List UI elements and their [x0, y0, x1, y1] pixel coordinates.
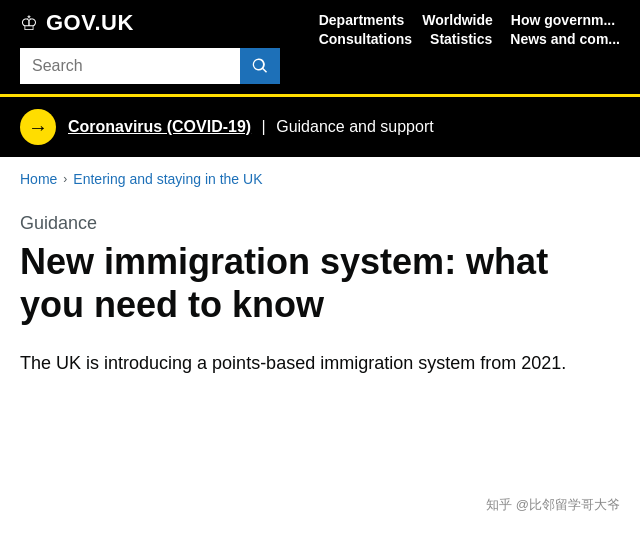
guidance-label: Guidance — [20, 213, 620, 234]
search-icon — [251, 57, 269, 75]
nav-consultations[interactable]: Consultations — [319, 31, 412, 47]
page-description: The UK is introducing a points-based imm… — [20, 350, 620, 377]
nav-news[interactable]: News and com... — [510, 31, 620, 47]
crown-icon: ♔ — [20, 11, 38, 35]
nav-row-1: Departments Worldwide How governm... — [319, 12, 620, 28]
covid-link[interactable]: Coronavirus (COVID-19) — [68, 118, 251, 135]
covid-separator: | — [262, 118, 266, 135]
header-nav: Departments Worldwide How governm... Con… — [319, 12, 620, 47]
breadcrumb: Home › Entering and staying in the UK — [0, 157, 640, 193]
nav-worldwide[interactable]: Worldwide — [422, 12, 493, 28]
covid-banner: → Coronavirus (COVID-19) | Guidance and … — [0, 94, 640, 157]
page-title: New immigration system: what you need to… — [20, 240, 620, 326]
search-button[interactable] — [240, 48, 280, 84]
arrow-symbol: → — [28, 116, 48, 139]
covid-support-text: Guidance and support — [276, 118, 433, 135]
nav-statistics[interactable]: Statistics — [430, 31, 492, 47]
breadcrumb-home[interactable]: Home — [20, 171, 57, 187]
search-input[interactable] — [20, 48, 240, 84]
main-content: Guidance New immigration system: what yo… — [0, 193, 640, 417]
header-left: ♔ GOV.UK — [20, 10, 280, 84]
nav-how-government[interactable]: How governm... — [511, 12, 615, 28]
gov-logo[interactable]: ♔ GOV.UK — [20, 10, 280, 36]
covid-text: Coronavirus (COVID-19) | Guidance and su… — [68, 118, 434, 136]
breadcrumb-current[interactable]: Entering and staying in the UK — [73, 171, 262, 187]
nav-row-2: Consultations Statistics News and com... — [319, 31, 620, 47]
header: ♔ GOV.UK Departments Worldwide How gover… — [0, 0, 640, 94]
gov-logo-text: GOV.UK — [46, 10, 134, 36]
nav-departments[interactable]: Departments — [319, 12, 405, 28]
breadcrumb-separator: › — [63, 172, 67, 186]
covid-arrow-icon: → — [20, 109, 56, 145]
